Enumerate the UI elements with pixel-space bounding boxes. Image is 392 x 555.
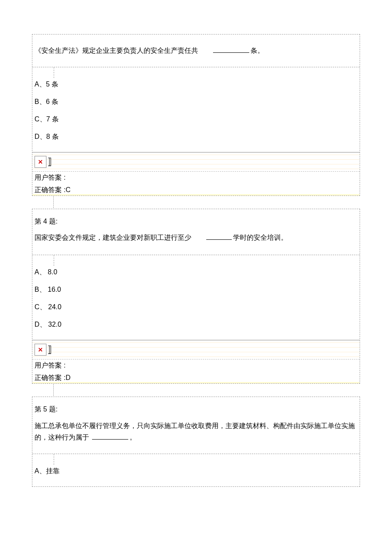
bracket-icon: ⟧ bbox=[47, 344, 52, 355]
broken-image-icon: ✕ bbox=[35, 156, 46, 168]
question-block: 第 5 题: 施工总承包单位不履行管理义务，只向实际施工单位收取费用，主要建筑材… bbox=[32, 397, 360, 487]
correct-answer-row: 正确答案 :C bbox=[32, 184, 360, 196]
divider bbox=[54, 255, 54, 266]
correct-answer-value: C bbox=[66, 186, 71, 193]
fill-blank bbox=[206, 233, 232, 240]
divider bbox=[54, 67, 54, 78]
options-container: A、5 条 B、6 条 C、7 条 D、8 条 bbox=[32, 67, 360, 152]
option-c: C、7 条 bbox=[35, 111, 357, 128]
question-text: 《安全生产法》规定企业主要负责人的安全生产责任共 条。 bbox=[32, 35, 360, 67]
user-answer-label: 用户答案 : bbox=[32, 172, 360, 184]
question-text-part2: 学时的安全培训。 bbox=[233, 234, 288, 241]
question-text-part1: 《安全生产法》规定企业主要负责人的安全生产责任共 bbox=[35, 47, 212, 54]
divider bbox=[54, 454, 54, 465]
correct-answer-row: 正确答案 :D bbox=[32, 372, 360, 383]
option-d: D、 32.0 bbox=[35, 316, 357, 334]
image-error-row: ✕ ⟧ bbox=[32, 152, 360, 172]
fill-blank bbox=[92, 433, 128, 440]
fill-blank bbox=[213, 46, 249, 53]
broken-image-icon: ✕ bbox=[35, 344, 46, 356]
option-a: A、 8.0 bbox=[35, 264, 357, 281]
question-text: 施工总承包单位不履行管理义务，只向实际施工单位收取费用，主要建筑材料、构配件由实… bbox=[35, 420, 355, 443]
answer-section: ✕ ⟧ 用户答案 : 正确答案 :C bbox=[32, 152, 360, 196]
question-header: 第 5 题: 施工总承包单位不履行管理义务，只向实际施工单位收取费用，主要建筑材… bbox=[32, 397, 360, 454]
options-container: A、 8.0 B、 16.0 C、 24.0 D、 32.0 bbox=[32, 255, 360, 340]
divider bbox=[53, 196, 54, 208]
option-a: A、挂靠 bbox=[35, 463, 357, 480]
question-block: 《安全生产法》规定企业主要负责人的安全生产责任共 条。 A、5 条 B、6 条 … bbox=[32, 34, 360, 196]
question-text-part2: 。 bbox=[130, 434, 136, 441]
image-error-row: ✕ ⟧ bbox=[32, 340, 360, 359]
user-answer-label: 用户答案 : bbox=[32, 359, 360, 372]
question-text-part1: 施工总承包单位不履行管理义务，只向实际施工单位收取费用，主要建筑材料、构配件由实… bbox=[35, 422, 355, 441]
question-block: 第 4 题: 国家安委会文件规定，建筑企业要对新职工进行至少 学时的安全培训。 … bbox=[32, 209, 360, 384]
question-text-part2: 条。 bbox=[251, 47, 264, 54]
option-d: D、8 条 bbox=[35, 128, 357, 146]
bracket-icon: ⟧ bbox=[47, 156, 52, 167]
question-number: 第 5 题: bbox=[35, 403, 355, 416]
option-a: A、5 条 bbox=[35, 76, 357, 93]
question-number: 第 4 题: bbox=[35, 216, 355, 228]
correct-answer-value: D bbox=[66, 374, 71, 381]
option-b: B、 16.0 bbox=[35, 281, 357, 299]
option-b: B、6 条 bbox=[35, 93, 357, 111]
question-header: 第 4 题: 国家安委会文件规定，建筑企业要对新职工进行至少 学时的安全培训。 bbox=[32, 209, 360, 256]
divider bbox=[53, 384, 54, 396]
answer-section: ✕ ⟧ 用户答案 : 正确答案 :D bbox=[32, 340, 360, 383]
option-c: C、 24.0 bbox=[35, 299, 357, 316]
question-text: 国家安委会文件规定，建筑企业要对新职工进行至少 学时的安全培训。 bbox=[35, 232, 355, 244]
question-text-part1: 国家安委会文件规定，建筑企业要对新职工进行至少 bbox=[35, 234, 205, 241]
correct-answer-label: 正确答案 : bbox=[35, 186, 66, 193]
correct-answer-label: 正确答案 : bbox=[35, 374, 66, 381]
options-container: A、挂靠 bbox=[32, 454, 360, 486]
